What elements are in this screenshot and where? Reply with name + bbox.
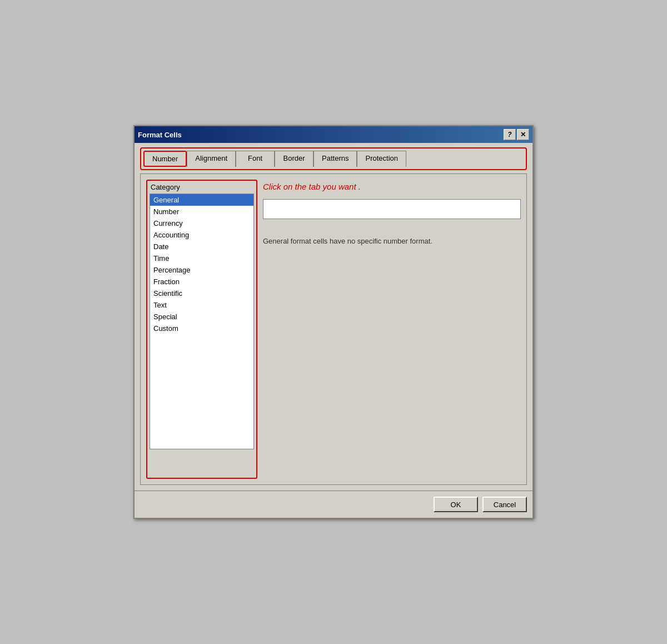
category-item-percentage[interactable]: Percentage xyxy=(150,264,253,276)
tab-body: Category General Number Currency Account… xyxy=(140,174,527,485)
category-item-general[interactable]: General xyxy=(150,194,253,206)
dialog-footer: OK Cancel xyxy=(135,491,532,518)
category-item-time[interactable]: Time xyxy=(150,252,253,264)
right-panel: Click on the tab you want . General form… xyxy=(263,180,521,479)
title-bar: Format Cells ? ✕ xyxy=(135,126,532,143)
category-item-currency[interactable]: Currency xyxy=(150,217,253,229)
tab-protection[interactable]: Protection xyxy=(357,151,406,167)
tab-border[interactable]: Border xyxy=(275,151,313,167)
tab-font[interactable]: Font xyxy=(236,151,275,167)
dialog-title: Format Cells xyxy=(138,131,182,139)
category-item-text[interactable]: Text xyxy=(150,299,253,311)
category-item-number[interactable]: Number xyxy=(150,206,253,217)
tab-alignment[interactable]: Alignment xyxy=(187,151,236,167)
category-list[interactable]: General Number Currency Accounting Date … xyxy=(150,194,254,449)
sample-box xyxy=(263,199,521,219)
category-item-fraction[interactable]: Fraction xyxy=(150,276,253,288)
help-button[interactable]: ? xyxy=(504,129,516,140)
category-item-accounting[interactable]: Accounting xyxy=(150,229,253,241)
category-item-date[interactable]: Date xyxy=(150,241,253,252)
dialog-content: Number Alignment Font Border Patterns Pr… xyxy=(135,143,532,491)
tab-patterns[interactable]: Patterns xyxy=(313,151,357,167)
category-item-scientific[interactable]: Scientific xyxy=(150,288,253,299)
tab-number[interactable]: Number xyxy=(143,151,187,167)
format-cells-dialog: Format Cells ? ✕ Number Alignment Font B… xyxy=(133,125,534,519)
instruction-text: Click on the tab you want . xyxy=(263,180,521,194)
category-label: Category xyxy=(150,183,254,191)
category-item-special[interactable]: Special xyxy=(150,311,253,323)
ok-button[interactable]: OK xyxy=(434,497,478,512)
description-text: General format cells have no specific nu… xyxy=(263,236,521,247)
cancel-button[interactable]: Cancel xyxy=(482,497,527,512)
title-bar-buttons: ? ✕ xyxy=(504,129,529,140)
tabs-container: Number Alignment Font Border Patterns Pr… xyxy=(140,147,527,170)
category-item-custom[interactable]: Custom xyxy=(150,323,253,334)
close-button[interactable]: ✕ xyxy=(517,129,529,140)
left-panel: Category General Number Currency Account… xyxy=(146,180,257,479)
